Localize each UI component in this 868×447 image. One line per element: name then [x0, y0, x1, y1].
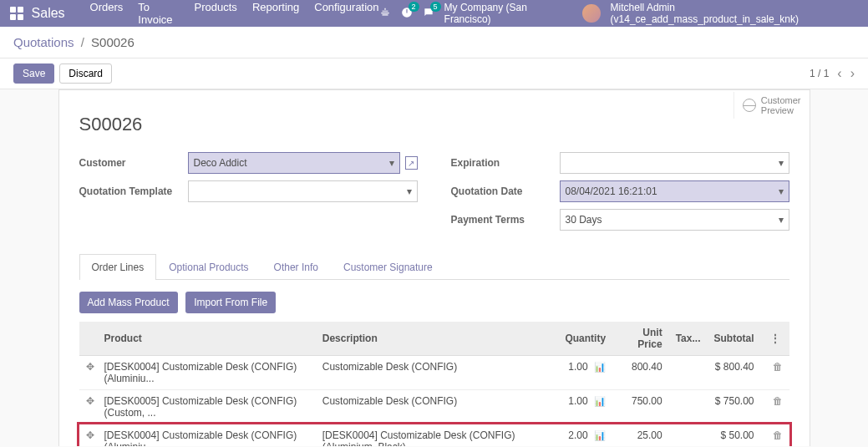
pager-next[interactable]: › — [850, 66, 855, 81]
cell-unit-price[interactable]: 800.40 — [612, 356, 669, 390]
tabs: Order Lines Optional Products Other Info… — [79, 254, 789, 280]
activities-badge: 2 — [409, 2, 419, 13]
action-bar: Save Discard 1 / 1 ‹ › — [0, 58, 868, 89]
graph-icon[interactable]: 📊 — [594, 362, 606, 372]
user-menu[interactable]: Mitchell Admin (v14_ce_add_mass_product_… — [611, 2, 858, 25]
expiration-field[interactable]: ▾ — [560, 152, 789, 174]
cell-subtotal: $ 750.00 — [707, 390, 760, 424]
cell-tax[interactable] — [669, 356, 708, 390]
customer-label: Customer — [79, 157, 188, 169]
cell-product[interactable]: [DESK0004] Customizable Desk (CONFIG) (A… — [98, 424, 316, 447]
pager-count: 1 / 1 — [810, 68, 829, 79]
breadcrumb-current: S00026 — [91, 35, 135, 49]
drag-handle-icon[interactable]: ✥ — [79, 390, 98, 424]
drag-handle-icon[interactable]: ✥ — [79, 424, 98, 447]
nav-to-invoice[interactable]: To Invoice — [138, 1, 179, 26]
graph-icon[interactable]: 📊 — [594, 396, 606, 406]
external-link-icon[interactable]: ↗ — [405, 156, 418, 170]
record-title: S00026 — [79, 114, 789, 135]
template-label: Quotation Template — [79, 185, 188, 197]
cell-description[interactable]: Customizable Desk (CONFIG) — [316, 356, 559, 390]
nav-products[interactable]: Products — [195, 1, 237, 26]
customer-preview-button[interactable]: Customer Preview — [733, 92, 810, 119]
col-subtotal: Subtotal — [707, 322, 760, 356]
breadcrumb: Quotations / S00026 — [13, 35, 135, 49]
messages-icon[interactable]: 5 — [423, 7, 434, 21]
cell-tax[interactable] — [669, 424, 708, 447]
col-options-icon[interactable]: ⋮ — [761, 322, 789, 356]
cell-quantity[interactable]: 2.00 📊 — [558, 424, 612, 447]
cell-subtotal: $ 50.00 — [707, 424, 760, 447]
cell-description[interactable]: Customizable Desk (CONFIG) — [316, 390, 559, 424]
drag-handle-icon[interactable]: ✥ — [79, 356, 98, 390]
apps-icon[interactable] — [10, 7, 23, 20]
breadcrumb-bar: Quotations / S00026 — [0, 27, 868, 58]
tab-other-info[interactable]: Other Info — [261, 254, 331, 280]
debug-icon[interactable] — [379, 7, 391, 21]
expiration-label: Expiration — [451, 157, 560, 169]
cell-description[interactable]: [DESK0004] Customizable Desk (CONFIG) (A… — [316, 424, 559, 447]
table-row[interactable]: ✥[DESK0005] Customizable Desk (CONFIG) (… — [79, 390, 789, 424]
cell-unit-price[interactable]: 25.00 — [612, 424, 669, 447]
nav-configuration[interactable]: Configuration — [314, 1, 378, 26]
col-product: Product — [98, 322, 316, 356]
breadcrumb-root[interactable]: Quotations — [13, 35, 74, 49]
caret-down-icon: ▾ — [389, 157, 394, 169]
delete-row-icon[interactable]: 🗑 — [761, 356, 789, 390]
customer-field[interactable]: Deco Addict ▾ — [188, 152, 400, 174]
quotation-date-field[interactable]: 08/04/2021 16:21:01 ▾ — [560, 180, 789, 202]
table-row[interactable]: ✥[DESK0004] Customizable Desk (CONFIG) (… — [79, 424, 789, 447]
caret-down-icon: ▾ — [779, 185, 784, 197]
cell-quantity[interactable]: 1.00 📊 — [558, 356, 612, 390]
messages-badge: 5 — [430, 2, 441, 13]
quotation-template-field[interactable]: ▾ — [188, 180, 418, 202]
pager: 1 / 1 ‹ › — [810, 66, 855, 81]
graph-icon[interactable]: 📊 — [594, 430, 606, 440]
quotation-date-label: Quotation Date — [451, 185, 560, 197]
nav-reporting[interactable]: Reporting — [252, 1, 299, 26]
add-mass-product-button[interactable]: Add Mass Product — [79, 292, 178, 313]
topbar: Sales Orders To Invoice Products Reporti… — [0, 0, 868, 27]
orderlines-toolbar: Add Mass Product Import From File — [79, 292, 789, 313]
import-from-file-button[interactable]: Import From File — [185, 292, 276, 313]
cell-product[interactable]: [DESK0004] Customizable Desk (CONFIG) (A… — [98, 356, 316, 390]
payment-terms-field[interactable]: 30 Days ▾ — [560, 209, 789, 231]
caret-down-icon: ▾ — [779, 214, 784, 226]
content-scroll[interactable]: Customer Preview S00026 Customer Deco Ad… — [0, 89, 868, 446]
top-nav: Orders To Invoice Products Reporting Con… — [90, 1, 379, 26]
cell-unit-price[interactable]: 750.00 — [612, 390, 669, 424]
activities-icon[interactable]: 2 — [401, 7, 413, 21]
company-switcher[interactable]: My Company (San Francisco) — [444, 2, 573, 25]
tab-order-lines[interactable]: Order Lines — [79, 254, 157, 280]
globe-icon — [743, 99, 756, 112]
delete-row-icon[interactable]: 🗑 — [761, 424, 789, 447]
order-lines-table: Product Description Quantity Unit Price … — [79, 322, 789, 446]
col-quantity: Quantity — [558, 322, 612, 356]
payment-terms-label: Payment Terms — [451, 214, 560, 226]
nav-orders[interactable]: Orders — [90, 1, 124, 26]
caret-down-icon: ▾ — [779, 157, 784, 169]
brand: Sales — [32, 6, 65, 21]
tab-optional-products[interactable]: Optional Products — [156, 254, 261, 280]
avatar[interactable] — [582, 4, 600, 23]
caret-down-icon: ▾ — [407, 185, 412, 197]
cell-tax[interactable] — [669, 390, 708, 424]
col-description: Description — [316, 322, 559, 356]
breadcrumb-sep: / — [81, 35, 84, 49]
cell-quantity[interactable]: 1.00 📊 — [558, 390, 612, 424]
form-sheet: Customer Preview S00026 Customer Deco Ad… — [58, 89, 810, 446]
table-row[interactable]: ✥[DESK0004] Customizable Desk (CONFIG) (… — [79, 356, 789, 390]
save-button[interactable]: Save — [13, 63, 54, 84]
col-unit-price: Unit Price — [612, 322, 669, 356]
cell-subtotal: $ 800.40 — [707, 356, 760, 390]
cell-product[interactable]: [DESK0005] Customizable Desk (CONFIG) (C… — [98, 390, 316, 424]
tab-customer-signature[interactable]: Customer Signature — [331, 254, 445, 280]
discard-button[interactable]: Discard — [59, 63, 112, 84]
col-tax: Tax... — [669, 322, 708, 356]
pager-prev[interactable]: ‹ — [837, 66, 841, 81]
delete-row-icon[interactable]: 🗑 — [761, 390, 789, 424]
